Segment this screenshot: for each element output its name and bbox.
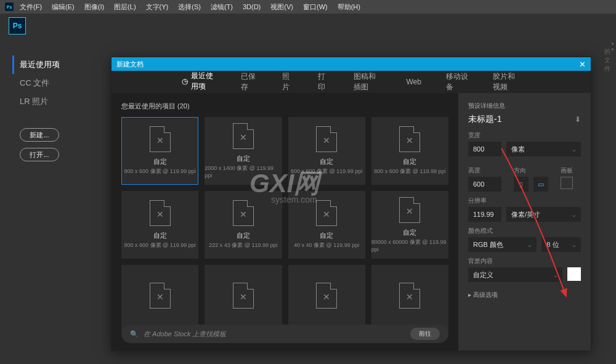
menu-window[interactable]: 窗口(W) (299, 2, 331, 12)
preset-card[interactable]: 自定800 x 600 像素 @ 119.99 ppi (121, 191, 198, 259)
preset-card[interactable]: 自定40 x 40 像素 @ 119.99 ppi (288, 191, 365, 259)
document-icon (399, 197, 420, 223)
preset-details-panel: 预设详细信息 未标题-1 ⬇ 宽度 800 像素 高度 600 方向 ▯ (458, 93, 591, 350)
height-input[interactable]: 600 (468, 177, 501, 192)
orientation-label: 方向 (514, 166, 548, 175)
width-input[interactable]: 800 (468, 142, 501, 156)
doc-title-input[interactable]: 未标题-1 (468, 114, 501, 125)
save-preset-icon[interactable]: ⬇ (575, 115, 581, 124)
preset-card[interactable]: 自定800 x 600 像素 @ 119.99 ppi (121, 117, 198, 185)
preset-card[interactable]: 自定80000 x 60000 像素 @ 119.99 ppi (371, 191, 448, 259)
document-icon (316, 200, 337, 226)
document-icon (399, 283, 420, 309)
resolution-input[interactable]: 119.99 (468, 207, 501, 222)
orientation-portrait-icon[interactable]: ▯ (514, 177, 529, 192)
sidebar-item-cc-files[interactable]: CC 文件 (12, 74, 99, 92)
start-sidebar: 最近使用项 CC 文件 LR 照片 新建... 打开... (0, 38, 111, 179)
toolbar: Ps (0, 14, 616, 38)
width-label: 宽度 (468, 131, 581, 140)
document-icon (233, 283, 254, 309)
document-icon (233, 123, 254, 149)
menubar: Ps 文件(F) 编辑(E) 图像(I) 图层(L) 文字(Y) 选择(S) 滤… (0, 0, 616, 14)
preset-card[interactable]: 自定2000 x 1400 像素 @ 119.99 ppi (205, 117, 282, 185)
dialog-tabs: 最近使用项 已保存 照片 打印 图稿和插图 Web 移动设备 胶片和视频 (111, 71, 591, 93)
menu-file[interactable]: 文件(F) (16, 2, 46, 12)
preset-size: 800 x 600 像素 @ 119.99 ppi (124, 168, 196, 176)
preset-size: 80000 x 60000 像素 @ 119.99 ppi (371, 238, 448, 253)
new-button[interactable]: 新建... (20, 128, 59, 142)
menu-view[interactable]: 视图(V) (267, 2, 297, 12)
preset-card[interactable] (288, 265, 365, 333)
orientation-landscape-icon[interactable]: ▭ (533, 177, 548, 192)
adobe-stock-search: 在 Adobe Stock 上查找模板 前往 (121, 325, 448, 343)
dialog-title: 新建文档 (116, 60, 144, 69)
color-mode-select[interactable]: RGB 颜色 (468, 237, 537, 252)
artboard-checkbox[interactable] (561, 177, 573, 189)
preset-list: 您最近使用的项目 (20) 自定800 x 600 像素 @ 119.99 pp… (111, 93, 458, 350)
advanced-options-toggle[interactable]: 高级选项 (468, 291, 581, 299)
preset-name: 自定 (403, 157, 416, 166)
background-label: 背景内容 (468, 257, 581, 265)
sidebar-item-lr-photos[interactable]: LR 照片 (12, 92, 99, 111)
stock-search-input[interactable]: 在 Adobe Stock 上查找模板 (144, 330, 405, 339)
document-icon (316, 126, 337, 152)
preset-card[interactable] (121, 265, 198, 333)
menu-layer[interactable]: 图层(L) (110, 2, 139, 12)
preset-size: 800 x 600 像素 @ 119.99 ppi (374, 168, 445, 176)
right-panel-label: 的文件 (604, 39, 615, 73)
preset-size: 222 x 43 像素 @ 119.99 ppi (209, 241, 277, 249)
resolution-unit-select[interactable]: 像素/英寸 (506, 207, 581, 222)
clock-icon (182, 77, 188, 86)
menu-edit[interactable]: 编辑(E) (48, 2, 78, 12)
preset-name: 自定 (237, 154, 250, 163)
open-button[interactable]: 打开... (20, 148, 59, 161)
new-document-dialog: 新建文档 ✕ 最近使用项 已保存 照片 打印 图稿和插图 Web 移动设备 胶片… (111, 57, 591, 351)
menu-select[interactable]: 选择(S) (174, 2, 205, 12)
preset-name: 自定 (320, 231, 333, 240)
preset-card[interactable] (371, 265, 448, 333)
preset-name: 自定 (320, 157, 333, 166)
search-icon (130, 330, 139, 338)
preset-card[interactable]: 自定600 x 600 像素 @ 119.99 ppi (288, 117, 365, 185)
preset-card[interactable]: 自定222 x 43 像素 @ 119.99 ppi (205, 191, 282, 259)
preset-name: 自定 (153, 231, 167, 240)
preset-size: 800 x 600 像素 @ 119.99 ppi (124, 241, 196, 249)
resolution-label: 分辨率 (468, 196, 581, 205)
panel-collapse-icons[interactable]: 的文件 (605, 39, 615, 73)
close-icon[interactable]: ✕ (579, 60, 586, 69)
preset-name: 自定 (237, 231, 250, 240)
background-swatch[interactable] (567, 267, 581, 281)
preset-name: 自定 (403, 228, 416, 237)
document-icon (150, 200, 171, 226)
preset-size: 600 x 600 像素 @ 119.99 ppi (291, 168, 362, 176)
tab-web[interactable]: Web (403, 71, 423, 92)
height-label: 高度 (468, 166, 501, 175)
document-icon (233, 200, 254, 226)
preset-card[interactable] (205, 265, 282, 333)
preset-name: 自定 (153, 157, 167, 166)
menu-filter[interactable]: 滤镜(T) (207, 2, 237, 12)
artboard-label: 画板 (561, 166, 573, 175)
width-unit-select[interactable]: 像素 (506, 142, 581, 156)
background-select[interactable]: 自定义 (468, 267, 562, 282)
color-depth-select[interactable]: 8 位 (541, 237, 581, 252)
color-mode-label: 颜色模式 (468, 227, 581, 235)
document-icon (399, 126, 420, 152)
recent-heading: 您最近使用的项目 (20) (121, 102, 448, 111)
app-logo-small: Ps (5, 2, 14, 11)
document-icon (150, 283, 171, 309)
menu-image[interactable]: 图像(I) (81, 2, 108, 12)
sidebar-item-recent[interactable]: 最近使用项 (12, 55, 99, 74)
menu-help[interactable]: 帮助(H) (334, 2, 364, 12)
menu-3d[interactable]: 3D(D) (239, 3, 264, 10)
document-icon (150, 126, 171, 152)
preset-size: 2000 x 1400 像素 @ 119.99 ppi (205, 164, 282, 179)
details-heading: 预设详细信息 (468, 102, 581, 110)
app-logo: Ps (9, 17, 26, 34)
preset-card[interactable]: 自定800 x 600 像素 @ 119.99 ppi (371, 117, 448, 185)
stock-go-button[interactable]: 前往 (410, 328, 440, 340)
menu-type[interactable]: 文字(Y) (142, 2, 172, 12)
preset-size: 40 x 40 像素 @ 119.99 ppi (294, 241, 359, 249)
document-icon (316, 283, 337, 309)
